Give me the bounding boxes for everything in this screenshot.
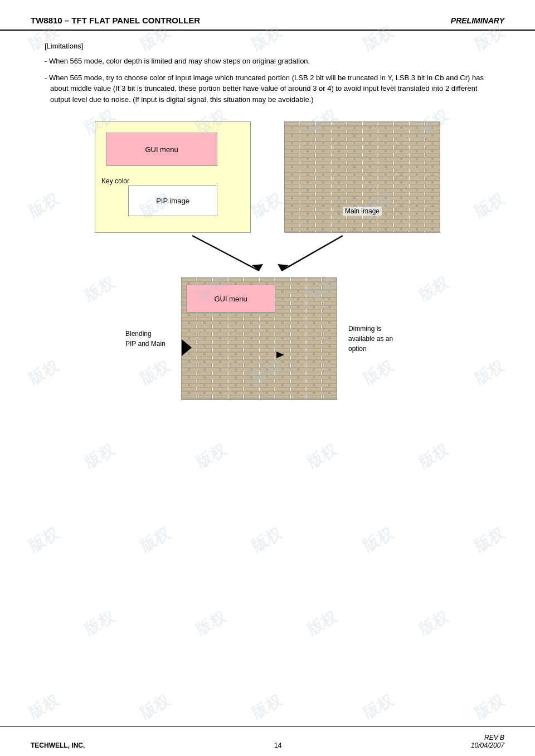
limitations-heading: [Limitations]: [45, 42, 490, 50]
footer: TECHWELL, INC. 14 REV B 10/04/2007: [0, 726, 535, 756]
content-area: [Limitations] - When 565 mode, color dep…: [0, 42, 535, 400]
footer-right: REV B 10/04/2007: [471, 734, 504, 749]
svg-line-6: [281, 236, 343, 271]
arrows-row: [45, 233, 490, 277]
dimming-label: Dimming isavailable as anoption: [348, 324, 410, 354]
header-preliminary: PRELIMINARY: [451, 16, 504, 25]
main-image-brick-pattern: Main image: [284, 121, 440, 233]
gui-menu-box-top-left: GUI menu: [106, 133, 217, 166]
arrows-svg: [95, 233, 440, 277]
pip-image-box: PIP image: [128, 186, 217, 216]
svg-rect-3: [285, 122, 440, 232]
header: TW8810 – TFT FLAT PANEL CONTROLLER PRELI…: [0, 0, 535, 31]
footer-page: 14: [274, 742, 281, 749]
svg-line-4: [192, 236, 259, 271]
key-color-label: Key color: [101, 177, 129, 185]
diagram-bottom-row: BlendingPIP and Main: [45, 277, 490, 400]
footer-company: TECHWELL, INC.: [31, 742, 85, 749]
result-gui-menu-label: GUI menu: [214, 295, 247, 303]
diagram-top-row: GUI menu Key color PIP image: [45, 121, 490, 233]
diagram-section: GUI menu Key color PIP image: [45, 121, 490, 400]
gui-menu-label-top-left: GUI menu: [145, 145, 178, 154]
blend-arrow-svg: [276, 350, 285, 359]
result-box: GUI menu: [181, 277, 337, 400]
left-diagram-box: GUI menu Key color PIP image: [95, 121, 251, 233]
dimming-text: Dimming isavailable as anoption: [348, 325, 393, 353]
svg-marker-12: [182, 339, 192, 356]
footer-rev: REV B: [471, 734, 504, 742]
limitation-item-2: - When 565 mode, try to choose color of …: [45, 72, 490, 105]
blending-text: BlendingPIP and Main: [125, 330, 166, 348]
svg-marker-13: [276, 352, 284, 358]
header-title: TW8810 – TFT FLAT PANEL CONTROLLER: [31, 16, 200, 25]
page: TW8810 – TFT FLAT PANEL CONTROLLER PRELI…: [0, 0, 535, 756]
blending-label: BlendingPIP and Main: [125, 329, 170, 349]
right-diagram-box: Main image: [284, 121, 440, 233]
pip-image-label: PIP image: [156, 197, 189, 205]
result-gui-menu-box: GUI menu: [186, 285, 275, 313]
brick-svg: [285, 122, 440, 232]
limitation-item-1: - When 565 mode, color depth is limited …: [45, 56, 490, 67]
result-arrow-svg: [182, 336, 193, 359]
footer-date: 10/04/2007: [471, 742, 504, 749]
main-image-label: Main image: [343, 207, 382, 216]
